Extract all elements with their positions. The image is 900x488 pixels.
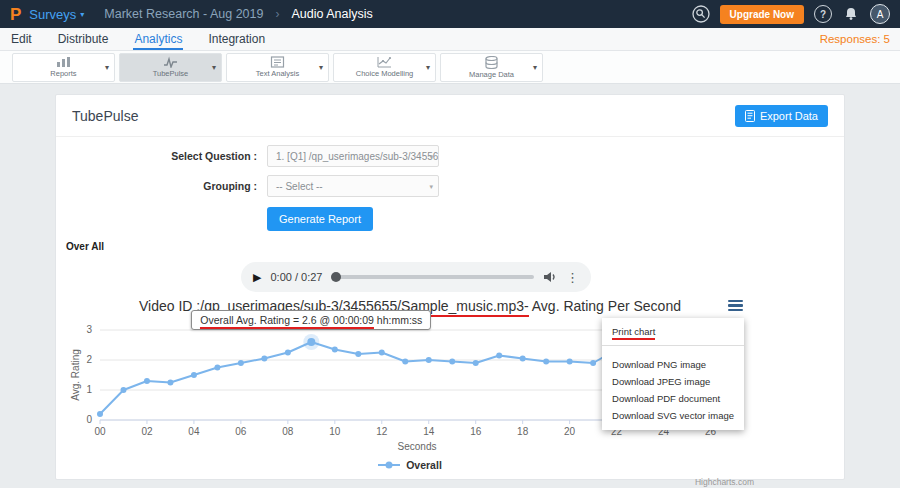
svg-text:14: 14: [423, 426, 435, 437]
select-question-value: 1. [Q1] /qp_userimages/sub-3/3455655/S..…: [276, 151, 439, 162]
toolbar-button-label: Choice Modelling: [356, 69, 414, 78]
chevron-down-icon: ▾: [105, 63, 109, 72]
svg-text:1: 1: [86, 384, 92, 395]
svg-text:12: 12: [376, 426, 388, 437]
legend-series-symbol: [378, 460, 400, 470]
search-icon: [692, 5, 710, 23]
play-button[interactable]: ▶: [253, 272, 261, 283]
surveys-dropdown[interactable]: Surveys ▾: [29, 7, 84, 22]
grouping-dropdown[interactable]: -- Select -- ▾: [267, 175, 439, 197]
bell-icon: [844, 7, 858, 21]
speaker-icon: [543, 271, 557, 283]
choice-chart-icon: [377, 56, 392, 68]
section-label: Over All: [66, 241, 844, 252]
svg-text:06: 06: [235, 426, 247, 437]
toolbar-reports-button[interactable]: Reports ▾: [12, 53, 115, 82]
grouping-row: Grouping : -- Select -- ▾: [72, 175, 844, 197]
bar-chart-icon: [56, 56, 71, 68]
tooltip-text: Overall Avg. Rating = 2.6 @ 00:00:09: [200, 314, 374, 329]
export-data-label: Export Data: [760, 110, 818, 122]
toolbar-choice-modelling-button[interactable]: Choice Modelling ▾: [333, 53, 436, 82]
nav-distribute[interactable]: Distribute: [57, 29, 110, 50]
app-nav: Edit Distribute Analytics Integration Re…: [0, 28, 900, 51]
topbar-actions: Upgrade Now ? A: [692, 4, 890, 24]
svg-text:20: 20: [564, 426, 576, 437]
svg-text:04: 04: [188, 426, 200, 437]
menu-item-download-svg[interactable]: Download SVG vector image: [602, 407, 744, 424]
menu-item-download-pdf[interactable]: Download PDF document: [602, 390, 744, 407]
grouping-value: -- Select --: [276, 181, 323, 192]
toolbar-button-label: TubePulse: [153, 69, 189, 78]
tooltip-unit: hh:mm:ss: [374, 314, 422, 326]
chevron-down-icon: ▾: [533, 63, 537, 72]
hamburger-icon: [728, 300, 743, 303]
volume-button[interactable]: [543, 271, 557, 283]
upgrade-now-button[interactable]: Upgrade Now: [720, 5, 804, 24]
toolbar-text-analysis-button[interactable]: Text Analysis ▾: [226, 53, 329, 82]
surveys-label: Surveys: [29, 7, 76, 22]
notifications-button[interactable]: [842, 5, 860, 23]
nav-integration[interactable]: Integration: [207, 29, 266, 50]
tubepulse-panel: TubePulse Export Data Select Question : …: [55, 94, 845, 480]
menu-item-download-png[interactable]: Download PNG image: [602, 356, 744, 373]
svg-text:10: 10: [329, 426, 341, 437]
chart-tooltip: Overall Avg. Rating = 2.6 @ 00:00:09 hh:…: [191, 310, 431, 330]
menu-item-download-jpeg[interactable]: Download JPEG image: [602, 373, 744, 390]
audio-player: ▶ 0:00 / 0:27 ⋮: [241, 262, 591, 292]
chart-context-menu: Print chart Download PNG image Download …: [602, 318, 744, 430]
responses-count[interactable]: Responses: 5: [820, 33, 890, 50]
pulse-chart-icon: [163, 56, 178, 68]
export-data-button[interactable]: Export Data: [735, 105, 828, 127]
chart-legend-item-overall[interactable]: Overall: [70, 459, 750, 471]
nav-edit[interactable]: Edit: [10, 29, 33, 50]
svg-text:0: 0: [86, 414, 92, 425]
svg-text:16: 16: [470, 426, 482, 437]
select-question-dropdown[interactable]: 1. [Q1] /qp_userimages/sub-3/3455655/S..…: [267, 145, 439, 167]
help-button[interactable]: ?: [814, 5, 832, 23]
audio-menu-button[interactable]: ⋮: [566, 271, 579, 284]
menu-divider: [602, 345, 744, 346]
toolbar-button-label: Text Analysis: [256, 69, 299, 78]
seek-thumb[interactable]: [331, 272, 341, 282]
hamburger-icon: [728, 304, 743, 307]
breadcrumb-survey-name[interactable]: Market Research - Aug 2019: [104, 7, 263, 21]
svg-text:18: 18: [517, 426, 529, 437]
search-button[interactable]: [692, 5, 710, 23]
app-logo[interactable]: P: [10, 6, 21, 23]
svg-text:Avg. Rating: Avg. Rating: [70, 349, 81, 401]
legend-label: Overall: [406, 459, 442, 471]
hamburger-icon: [728, 309, 743, 312]
chart-context-button[interactable]: [728, 298, 746, 313]
text-chart-icon: [270, 56, 285, 68]
analytics-toolbar: Reports ▾ TubePulse ▾ Text Analysis ▾ Ch…: [0, 51, 900, 84]
svg-text:02: 02: [141, 426, 153, 437]
database-icon: [484, 56, 499, 69]
toolbar-button-label: Reports: [50, 69, 76, 78]
svg-text:08: 08: [282, 426, 294, 437]
topbar: P Surveys ▾ Market Research - Aug 2019 ›…: [0, 0, 900, 28]
toolbar-manage-data-button[interactable]: Manage Data ▾: [440, 53, 543, 82]
highcharts-credit-link[interactable]: Highcharts.com: [695, 477, 754, 487]
chevron-down-icon: ▾: [80, 10, 84, 19]
user-avatar[interactable]: A: [870, 4, 890, 24]
page-title: TubePulse: [72, 108, 138, 124]
breadcrumb-separator-icon: ›: [275, 7, 279, 21]
breadcrumb-current-page: Audio Analysis: [291, 7, 372, 21]
chevron-down-icon: ▾: [426, 63, 430, 72]
panel-header: TubePulse Export Data: [56, 95, 844, 137]
toolbar-tubepulse-button[interactable]: TubePulse ▾: [119, 53, 222, 82]
audio-seek-slider[interactable]: [331, 275, 534, 279]
svg-text:3: 3: [86, 324, 92, 335]
grouping-label: Grouping :: [72, 180, 257, 192]
chart-title-suffix: Avg. Rating Per Second: [529, 298, 681, 314]
svg-text:2: 2: [86, 354, 92, 365]
generate-report-button[interactable]: Generate Report: [267, 207, 373, 231]
menu-item-print-chart[interactable]: Print chart: [602, 323, 744, 340]
toolbar-button-label: Manage Data: [469, 70, 514, 79]
export-icon: [745, 110, 755, 122]
select-question-label: Select Question :: [72, 150, 257, 162]
main-content: TubePulse Export Data Select Question : …: [0, 84, 900, 480]
nav-analytics[interactable]: Analytics: [133, 29, 183, 50]
svg-text:Seconds: Seconds: [398, 441, 437, 452]
chevron-down-icon: ▾: [319, 63, 323, 72]
